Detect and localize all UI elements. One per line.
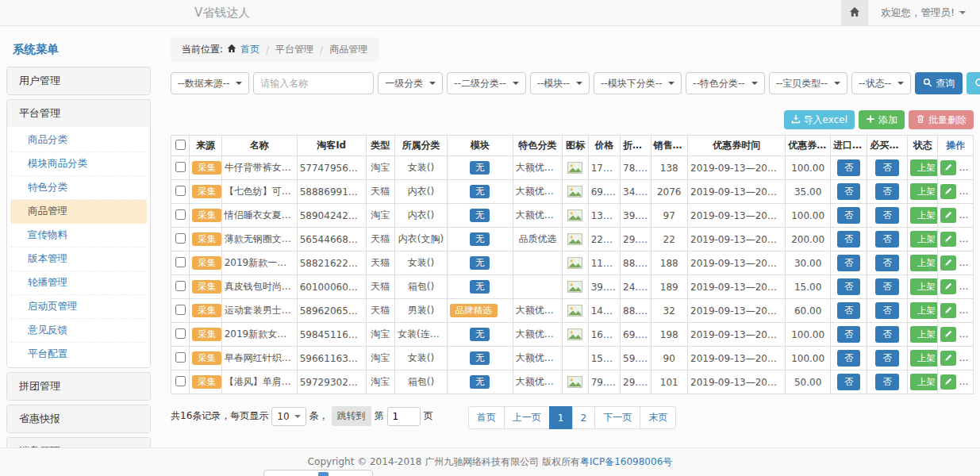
- sidebar-group-header[interactable]: 省惠快报: [7, 405, 150, 432]
- must-buy-toggle[interactable]: 否: [875, 183, 899, 200]
- status-toggle[interactable]: 上架: [910, 207, 938, 224]
- status-toggle[interactable]: 上架: [910, 374, 938, 390]
- sidebar-group-header[interactable]: 用户管理: [7, 67, 150, 94]
- home-icon: [227, 44, 236, 56]
- edit-button[interactable]: [940, 374, 956, 390]
- edit-button[interactable]: [940, 279, 956, 294]
- filter-select[interactable]: 一级分类: [378, 72, 443, 94]
- import-select-toggle[interactable]: 否: [837, 255, 861, 271]
- icp-link[interactable]: 粤ICP备16098006号: [580, 455, 672, 469]
- sidebar-item[interactable]: 平台配置: [10, 343, 147, 366]
- add-button[interactable]: 添加: [859, 110, 905, 129]
- status-toggle[interactable]: 上架: [910, 302, 938, 319]
- row-checkbox[interactable]: [175, 352, 186, 363]
- sidebar-item[interactable]: 商品分类: [10, 129, 147, 152]
- user-menu[interactable]: 欢迎您，管理员!: [868, 6, 980, 20]
- filter-select[interactable]: --数据来源--: [171, 72, 249, 94]
- status-toggle[interactable]: 上架: [910, 231, 938, 248]
- select-all-checkbox[interactable]: [175, 140, 186, 150]
- filter-select[interactable]: --二级分类--: [447, 72, 525, 94]
- must-buy-toggle[interactable]: 否: [875, 374, 899, 390]
- row-checkbox[interactable]: [175, 281, 186, 291]
- jump-page-input[interactable]: [387, 407, 421, 426]
- discount-price-cell: 88.00: [621, 251, 651, 275]
- page-button[interactable]: 下一页: [594, 406, 640, 429]
- row-checkbox[interactable]: [175, 233, 186, 244]
- import-select-toggle[interactable]: 否: [837, 374, 861, 390]
- filter-select[interactable]: --状态--: [851, 72, 911, 94]
- import-select-toggle[interactable]: 否: [837, 231, 861, 248]
- row-checkbox[interactable]: [175, 328, 186, 339]
- edit-button[interactable]: [940, 351, 956, 366]
- row-checkbox[interactable]: [175, 186, 186, 196]
- must-buy-toggle[interactable]: 否: [875, 278, 899, 295]
- page-size-select[interactable]: 10: [271, 407, 306, 426]
- sidebar-item[interactable]: 商品管理: [10, 200, 147, 224]
- must-buy-toggle[interactable]: 否: [875, 255, 899, 271]
- batch-delete-button[interactable]: 批量删除: [909, 110, 974, 129]
- sidebar-item[interactable]: 模块商品分类: [10, 152, 147, 176]
- sidebar-item[interactable]: 版本管理: [10, 248, 147, 271]
- sidebar-group-header[interactable]: 拼团管理: [7, 373, 150, 400]
- filter-select[interactable]: --特色分类--: [686, 72, 764, 94]
- sidebar-item[interactable]: 宣传物料: [10, 224, 147, 248]
- page-button[interactable]: 2: [572, 406, 596, 429]
- import-select-toggle[interactable]: 否: [837, 350, 861, 367]
- must-buy-toggle[interactable]: 否: [875, 231, 899, 248]
- jump-button[interactable]: 跳转到: [332, 406, 371, 426]
- sidebar-group: 拼团管理: [6, 372, 151, 401]
- status-toggle[interactable]: 上架: [910, 255, 938, 271]
- filter-select[interactable]: --模块--: [530, 72, 590, 94]
- search-button[interactable]: 查询: [915, 72, 963, 94]
- row-checkbox[interactable]: [175, 209, 186, 220]
- page-button[interactable]: 末页: [640, 406, 676, 429]
- sales-cell: 189: [651, 275, 688, 299]
- row-checkbox[interactable]: [175, 257, 186, 267]
- edit-button[interactable]: [940, 184, 956, 199]
- import-select-toggle[interactable]: 否: [837, 183, 861, 200]
- filter-select[interactable]: --宝贝类型--: [769, 72, 847, 94]
- status-toggle[interactable]: 上架: [910, 278, 938, 295]
- import-select-toggle[interactable]: 否: [837, 278, 861, 295]
- import-excel-button[interactable]: 导入excel: [784, 110, 855, 129]
- import-select-toggle[interactable]: 否: [837, 159, 861, 176]
- sidebar-item[interactable]: 意见反馈: [10, 319, 147, 343]
- reset-button[interactable]: 重置: [967, 72, 980, 94]
- status-toggle[interactable]: 上架: [910, 183, 938, 200]
- edit-button[interactable]: [940, 303, 956, 318]
- import-select-toggle[interactable]: 否: [837, 326, 861, 343]
- sidebar-group-header[interactable]: 平台管理: [7, 100, 150, 127]
- filter-select[interactable]: --模块下分类--: [594, 72, 682, 94]
- edit-button[interactable]: [940, 255, 956, 271]
- status-toggle[interactable]: 上架: [910, 159, 938, 176]
- edit-button[interactable]: [940, 208, 956, 223]
- row-checkbox[interactable]: [175, 376, 186, 386]
- row-checkbox[interactable]: [175, 162, 186, 172]
- edit-button[interactable]: [940, 160, 956, 175]
- page-button[interactable]: 首页: [468, 406, 505, 429]
- source-badge: 采集: [192, 375, 221, 390]
- home-button[interactable]: [841, 0, 868, 25]
- row-checkbox[interactable]: [175, 305, 186, 315]
- import-select-toggle[interactable]: 否: [837, 302, 861, 319]
- sidebar-item[interactable]: 特色分类: [10, 176, 147, 200]
- name-search-input[interactable]: [253, 72, 374, 94]
- status-toggle[interactable]: 上架: [910, 350, 938, 367]
- status-toggle[interactable]: 上架: [910, 326, 938, 343]
- edit-button[interactable]: [940, 232, 956, 247]
- must-buy-toggle[interactable]: 否: [875, 159, 899, 176]
- page-button[interactable]: 1: [549, 406, 573, 429]
- import-select-toggle[interactable]: 否: [837, 207, 861, 224]
- sidebar-item[interactable]: 启动页管理: [10, 295, 147, 319]
- discount-price-cell: 39.00: [621, 204, 651, 228]
- edit-button[interactable]: [940, 327, 956, 342]
- module-badge: 无: [470, 209, 490, 223]
- must-buy-toggle[interactable]: 否: [875, 302, 899, 319]
- must-buy-toggle[interactable]: 否: [875, 326, 899, 343]
- page-button[interactable]: 上一页: [504, 406, 550, 429]
- must-buy-toggle[interactable]: 否: [875, 207, 899, 224]
- row-select-cell: [171, 180, 190, 204]
- must-buy-toggle[interactable]: 否: [875, 350, 899, 367]
- breadcrumb-home-link[interactable]: 首页: [240, 43, 259, 56]
- sidebar-item[interactable]: 轮播管理: [10, 271, 147, 295]
